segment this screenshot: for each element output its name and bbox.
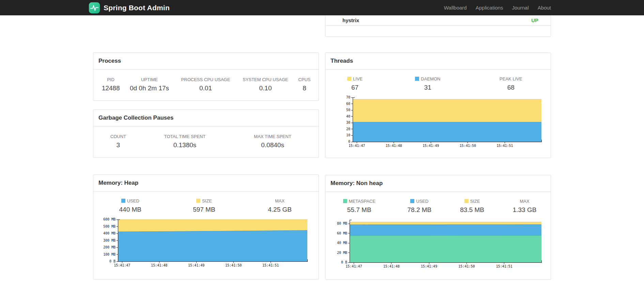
nav-link-applications[interactable]: Applications — [471, 5, 508, 11]
svg-text:15:41:50: 15:41:50 — [460, 144, 476, 148]
used-swatch-icon — [410, 199, 414, 203]
applications-panel: hystrix UP — [325, 15, 551, 37]
stat-value: 3 — [97, 139, 139, 149]
svg-text:600 MB: 600 MB — [103, 217, 116, 221]
threads-panel: Threads LIVE DAEMON PEAK LIVE — [325, 52, 551, 158]
svg-text:15:41:51: 15:41:51 — [496, 144, 513, 148]
stat-value: 0.1380s — [139, 139, 231, 149]
svg-text:70: 70 — [346, 95, 350, 99]
svg-text:400 MB: 400 MB — [103, 231, 116, 235]
svg-text:15:41:51: 15:41:51 — [262, 263, 279, 267]
legend-item-live: LIVE — [325, 76, 384, 81]
svg-text:60 MB: 60 MB — [337, 231, 347, 235]
size-swatch-icon — [196, 199, 200, 203]
brand[interactable]: Spring Boot Admin — [89, 2, 170, 14]
stat-value: 4.25 GB — [241, 203, 319, 213]
svg-text:0 B: 0 B — [109, 259, 116, 263]
nonheap-chart: 0 B20 MB40 MB60 MB80 MB15:41:4715:41:481… — [325, 217, 551, 273]
stat-value: 0.10 — [236, 82, 294, 92]
svg-text:10: 10 — [346, 133, 350, 137]
nav-link-wallboard[interactable]: Wallboard — [440, 5, 471, 11]
memory-nonheap-panel: Memory: Non heap METASPACE USED SIZE — [325, 175, 551, 280]
legend-item-size: SIZE — [446, 199, 499, 204]
svg-text:200 MB: 200 MB — [103, 245, 116, 249]
svg-text:15:41:49: 15:41:49 — [188, 263, 204, 267]
stat-value: 0d 0h 2m 17s — [124, 82, 175, 92]
right-column: hystrix UP Threads LIVE DAEMON PEA — [325, 15, 551, 280]
process-stats: PID UPTIME PROCESS CPU USAGE SYSTEM CPU … — [97, 77, 315, 92]
svg-text:60: 60 — [346, 102, 350, 106]
svg-text:40: 40 — [346, 115, 350, 118]
stat-label: COUNT — [97, 134, 139, 139]
size-swatch-icon — [464, 199, 469, 203]
legend-item-used: USED — [93, 198, 167, 203]
stat-value: 68 — [471, 81, 551, 91]
brand-title: Spring Boot Admin — [104, 4, 170, 12]
stat-label: TOTAL TIME SPENT — [139, 134, 231, 139]
svg-text:15:41:47: 15:41:47 — [114, 263, 130, 267]
status-badge: UP — [531, 15, 538, 26]
svg-text:40 MB: 40 MB — [337, 241, 347, 245]
stat-label: PID — [97, 77, 124, 82]
svg-text:300 MB: 300 MB — [103, 239, 116, 242]
stat-label: UPTIME — [124, 77, 175, 82]
svg-text:15:41:51: 15:41:51 — [496, 264, 512, 268]
svg-text:500 MB: 500 MB — [103, 225, 116, 228]
application-row-hystrix[interactable]: hystrix UP — [325, 15, 551, 26]
memory-heap-panel-title: Memory: Heap — [93, 175, 319, 192]
stat-value: 440 MB — [93, 203, 167, 213]
heap-chart: 0 B100 MB200 MB300 MB400 MB500 MB600 MB1… — [93, 217, 319, 272]
memory-nonheap-legend: METASPACE USED SIZE MAX 55.7 MB — [325, 199, 551, 214]
stat-label: PROCESS CPU USAGE — [175, 77, 236, 82]
svg-text:80 MB: 80 MB — [337, 222, 347, 225]
stat-value: 1.33 GB — [499, 204, 551, 214]
gc-panel: Garbage Collection Pauses COUNT TOTAL TI… — [93, 109, 319, 158]
daemon-swatch-icon — [415, 77, 419, 81]
stat-value: 12488 — [97, 82, 124, 92]
legend-item-metaspace: METASPACE — [325, 199, 393, 204]
stat-value: 83.5 MB — [446, 204, 499, 214]
application-name: hystrix — [342, 15, 359, 26]
legend-item-peak-live: PEAK LIVE — [471, 76, 551, 81]
memory-heap-panel: Memory: Heap USED SIZE MAX — [93, 174, 319, 279]
legend-item-used: USED — [393, 199, 446, 204]
gc-stats: COUNT TOTAL TIME SPENT MAX TIME SPENT 3 … — [97, 134, 315, 149]
svg-text:15:41:49: 15:41:49 — [421, 264, 437, 268]
memory-nonheap-panel-title: Memory: Non heap — [325, 175, 551, 192]
stat-value: 0.01 — [175, 82, 236, 92]
stat-value: 78.2 MB — [393, 204, 446, 214]
svg-text:20 MB: 20 MB — [337, 251, 347, 255]
memory-heap-legend: USED SIZE MAX 440 MB 597 MB 4.25 GB — [93, 198, 319, 213]
nav-link-journal[interactable]: Journal — [508, 5, 533, 11]
nav-link-about[interactable]: About — [533, 5, 555, 11]
stat-label: MAX TIME SPENT — [231, 134, 315, 139]
svg-text:20: 20 — [346, 127, 350, 131]
svg-text:15:41:47: 15:41:47 — [349, 144, 365, 148]
navbar: Spring Boot Admin Wallboard Applications… — [0, 0, 644, 15]
gc-panel-title: Garbage Collection Pauses — [93, 110, 319, 126]
main-content: Process PID UPTIME PROCESS CPU USAGE SYS… — [93, 15, 551, 280]
svg-text:15:41:50: 15:41:50 — [458, 264, 475, 268]
legend-item-max: MAX — [241, 198, 319, 203]
used-swatch-icon — [121, 199, 125, 203]
svg-text:0 B: 0 B — [341, 260, 347, 264]
spring-boot-admin-logo-icon — [89, 2, 100, 14]
threads-chart: 01020304050607015:41:4715:41:4815:41:491… — [325, 95, 551, 153]
svg-text:15:41:48: 15:41:48 — [151, 263, 167, 267]
svg-text:30: 30 — [346, 121, 350, 124]
legend-item-max: MAX — [499, 199, 551, 204]
svg-text:100 MB: 100 MB — [103, 253, 116, 256]
threads-panel-title: Threads — [325, 53, 551, 70]
left-column: Process PID UPTIME PROCESS CPU USAGE SYS… — [93, 15, 319, 280]
svg-text:15:41:48: 15:41:48 — [383, 264, 400, 268]
threads-legend: LIVE DAEMON PEAK LIVE 67 31 68 — [325, 76, 551, 91]
svg-text:15:41:49: 15:41:49 — [423, 144, 439, 148]
stat-value: 31 — [384, 81, 471, 91]
svg-text:0: 0 — [348, 140, 350, 143]
stat-value: 8 — [294, 82, 315, 92]
stat-label: CPUS — [294, 77, 315, 82]
stat-value: 0.0840s — [231, 139, 315, 149]
stat-value: 597 MB — [167, 203, 241, 213]
metaspace-swatch-icon — [343, 199, 347, 203]
svg-text:15:41:50: 15:41:50 — [225, 263, 242, 267]
